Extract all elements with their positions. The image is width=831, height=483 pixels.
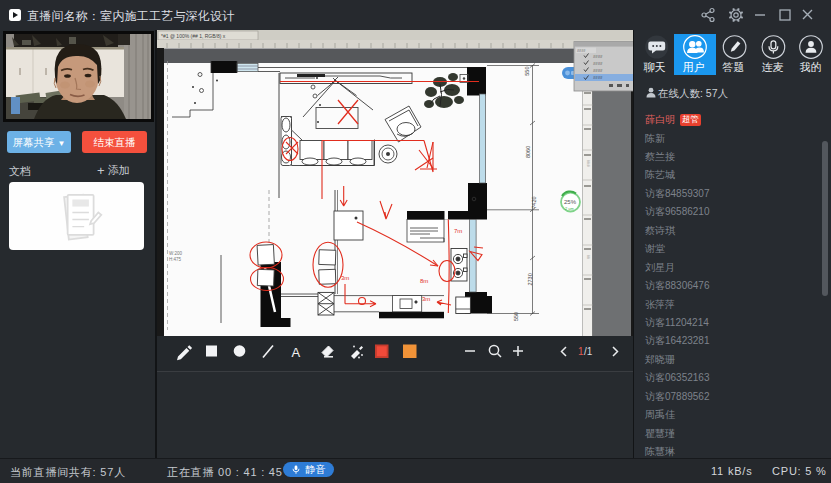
- svg-text:####: ####: [577, 49, 586, 53]
- svg-text:2730: 2730: [527, 273, 533, 285]
- svg-text:##:#: ##:#: [586, 160, 590, 167]
- svg-text:A: A: [292, 345, 301, 360]
- svg-text:550: 550: [513, 312, 519, 321]
- svg-text:####: ####: [593, 61, 603, 66]
- svg-text:25%: 25%: [564, 199, 577, 205]
- svg-text:W:200: W:200: [169, 251, 182, 256]
- svg-text:####: ####: [593, 68, 603, 73]
- svg-text:##: ##: [586, 255, 590, 259]
- svg-text:8m: 8m: [420, 278, 428, 284]
- svg-text:550: 550: [524, 67, 530, 76]
- svg-text:3m: 3m: [422, 296, 430, 302]
- svg-text:/1: /1: [584, 346, 593, 357]
- svg-text:2 um: 2 um: [565, 206, 575, 211]
- svg-text:3m: 3m: [341, 275, 349, 281]
- svg-text:H:475: H:475: [169, 257, 182, 262]
- svg-text:####: ####: [593, 75, 603, 80]
- svg-text:*#1 @ 100% (## 1, RGB/8) x: *#1 @ 100% (## 1, RGB/8) x: [161, 33, 226, 39]
- svg-text:8060: 8060: [525, 146, 531, 158]
- svg-text:7420: 7420: [531, 196, 537, 208]
- svg-text:####: ####: [593, 54, 603, 59]
- svg-text:7m: 7m: [454, 228, 462, 234]
